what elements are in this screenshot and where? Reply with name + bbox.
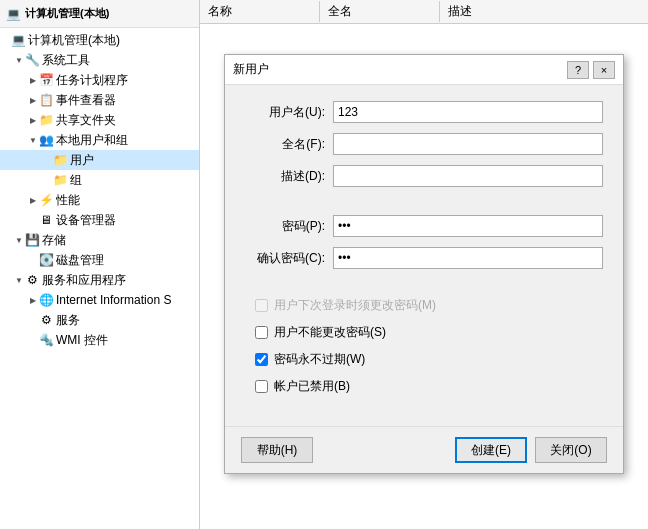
left-panel-header: 💻 计算机管理(本地) <box>0 0 199 28</box>
tree-item-wmi[interactable]: 🔩WMI 控件 <box>0 330 199 350</box>
col-fullname-header: 全名 <box>320 1 440 22</box>
username-input[interactable] <box>333 101 603 123</box>
tree-item-local-users[interactable]: ▼👥本地用户和组 <box>0 130 199 150</box>
dialog-overlay: 新用户 ? × 用户名(U): 全名(F): <box>200 24 648 529</box>
icon-wmi: 🔩 <box>38 332 54 348</box>
description-input[interactable] <box>333 165 603 187</box>
label-local-users: 本地用户和组 <box>56 132 128 149</box>
expand-users <box>42 155 52 165</box>
password-label: 密码(P): <box>245 218 325 235</box>
tree-item-task-scheduler[interactable]: ▶📅任务计划程序 <box>0 70 199 90</box>
dialog-body: 用户名(U): 全名(F): 描述(D): <box>225 85 623 426</box>
right-area: 名称 全名 描述 新用户 ? × 用户名(U): <box>200 0 648 529</box>
label-system-tools: 系统工具 <box>42 52 90 69</box>
label-task-scheduler: 任务计划程序 <box>56 72 128 89</box>
account-disabled-checkbox[interactable] <box>255 380 268 393</box>
label-services: 服务 <box>56 312 80 329</box>
tree-container: 💻计算机管理(本地)▼🔧系统工具▶📅任务计划程序▶📋事件查看器▶📁共享文件夹▼👥… <box>0 28 199 352</box>
fullname-input[interactable] <box>333 133 603 155</box>
tree-item-services[interactable]: ⚙服务 <box>0 310 199 330</box>
tree-item-system-tools[interactable]: ▼🔧系统工具 <box>0 50 199 70</box>
main-content: 新用户 ? × 用户名(U): 全名(F): <box>200 24 648 529</box>
tree-item-event-viewer[interactable]: ▶📋事件查看器 <box>0 90 199 110</box>
expand-local-users[interactable]: ▼ <box>28 135 38 145</box>
expand-performance[interactable]: ▶ <box>28 195 38 205</box>
label-disk-management: 磁盘管理 <box>56 252 104 269</box>
fullname-row: 全名(F): <box>245 133 603 155</box>
tree-item-storage[interactable]: ▼💾存储 <box>0 230 199 250</box>
cannot-change-label: 用户不能更改密码(S) <box>274 324 386 341</box>
label-groups: 组 <box>70 172 82 189</box>
label-services-apps: 服务和应用程序 <box>42 272 126 289</box>
icon-iis: 🌐 <box>38 292 54 308</box>
never-expires-checkbox[interactable] <box>255 353 268 366</box>
icon-local-users: 👥 <box>38 132 54 148</box>
expand-wmi <box>28 335 38 345</box>
tree-item-groups[interactable]: 📁组 <box>0 170 199 190</box>
label-storage: 存储 <box>42 232 66 249</box>
left-panel: 💻 计算机管理(本地) 💻计算机管理(本地)▼🔧系统工具▶📅任务计划程序▶📋事件… <box>0 0 200 529</box>
dialog-titlebar: 新用户 ? × <box>225 55 623 85</box>
expand-event-viewer[interactable]: ▶ <box>28 95 38 105</box>
account-disabled-row: 帐户已禁用(B) <box>255 378 603 395</box>
tree-item-device-manager[interactable]: 🖥设备管理器 <box>0 210 199 230</box>
confirm-password-row: 确认密码(C): <box>245 247 603 269</box>
must-change-label: 用户下次登录时须更改密码(M) <box>274 297 436 314</box>
tree-item-performance[interactable]: ▶⚡性能 <box>0 190 199 210</box>
dialog-close-button[interactable]: × <box>593 61 615 79</box>
icon-users: 📁 <box>52 152 68 168</box>
confirm-password-input[interactable] <box>333 247 603 269</box>
tree-item-shared-folders[interactable]: ▶📁共享文件夹 <box>0 110 199 130</box>
icon-task-scheduler: 📅 <box>38 72 54 88</box>
confirm-password-label: 确认密码(C): <box>245 250 325 267</box>
must-change-checkbox[interactable] <box>255 299 268 312</box>
expand-services-apps[interactable]: ▼ <box>14 275 24 285</box>
icon-disk-management: 💽 <box>38 252 54 268</box>
password-input[interactable] <box>333 215 603 237</box>
expand-iis[interactable]: ▶ <box>28 295 38 305</box>
expand-task-scheduler[interactable]: ▶ <box>28 75 38 85</box>
create-button[interactable]: 创建(E) <box>455 437 527 463</box>
icon-device-manager: 🖥 <box>38 212 54 228</box>
never-expires-label: 密码永不过期(W) <box>274 351 365 368</box>
label-device-manager: 设备管理器 <box>56 212 116 229</box>
tree-item-iis[interactable]: ▶🌐Internet Information S <box>0 290 199 310</box>
tree-item-services-apps[interactable]: ▼⚙服务和应用程序 <box>0 270 199 290</box>
footer-left: 帮助(H) <box>241 437 447 463</box>
icon-shared-folders: 📁 <box>38 112 54 128</box>
computer-icon: 💻 <box>6 7 21 21</box>
tree-item-disk-management[interactable]: 💽磁盘管理 <box>0 250 199 270</box>
cannot-change-checkbox[interactable] <box>255 326 268 339</box>
left-panel-title: 计算机管理(本地) <box>25 6 109 21</box>
expand-shared-folders[interactable]: ▶ <box>28 115 38 125</box>
label-wmi: WMI 控件 <box>56 332 108 349</box>
cannot-change-row: 用户不能更改密码(S) <box>255 324 603 341</box>
expand-computer <box>0 35 10 45</box>
account-disabled-label: 帐户已禁用(B) <box>274 378 350 395</box>
expand-system-tools[interactable]: ▼ <box>14 55 24 65</box>
label-shared-folders: 共享文件夹 <box>56 112 116 129</box>
dialog-help-button[interactable]: ? <box>567 61 589 79</box>
label-iis: Internet Information S <box>56 293 171 307</box>
expand-groups <box>42 175 52 185</box>
expand-services <box>28 315 38 325</box>
icon-event-viewer: 📋 <box>38 92 54 108</box>
description-label: 描述(D): <box>245 168 325 185</box>
icon-services-apps: ⚙ <box>24 272 40 288</box>
expand-disk-management <box>28 255 38 265</box>
label-computer: 计算机管理(本地) <box>28 32 120 49</box>
expand-storage[interactable]: ▼ <box>14 235 24 245</box>
tree-item-users[interactable]: 📁用户 <box>0 150 199 170</box>
col-name-header: 名称 <box>200 1 320 22</box>
label-event-viewer: 事件查看器 <box>56 92 116 109</box>
must-change-row: 用户下次登录时须更改密码(M) <box>255 297 603 314</box>
username-row: 用户名(U): <box>245 101 603 123</box>
close-button[interactable]: 关闭(O) <box>535 437 607 463</box>
dialog-footer: 帮助(H) 创建(E) 关闭(O) <box>225 426 623 473</box>
dialog-title: 新用户 <box>233 61 269 78</box>
password-row: 密码(P): <box>245 215 603 237</box>
help-button[interactable]: 帮助(H) <box>241 437 313 463</box>
tree-item-computer[interactable]: 💻计算机管理(本地) <box>0 30 199 50</box>
column-header: 名称 全名 描述 <box>200 0 648 24</box>
label-performance: 性能 <box>56 192 80 209</box>
